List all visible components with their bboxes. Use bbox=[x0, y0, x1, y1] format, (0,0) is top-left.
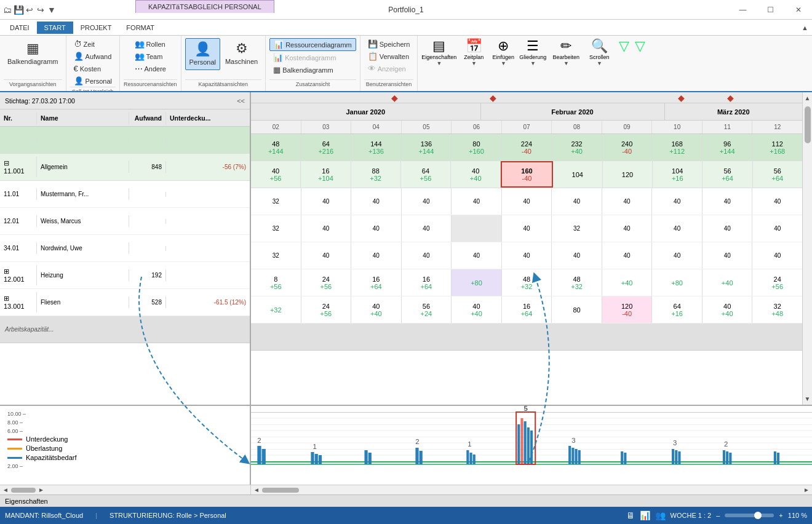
total-nr bbox=[0, 138, 37, 143]
status-zoom-level: 110 % bbox=[788, 512, 807, 519]
status-icon-1[interactable]: 🖥 bbox=[626, 510, 635, 520]
horizontal-scrollbar[interactable]: ◄ ► ◄ ► bbox=[0, 485, 812, 494]
row-mustermann[interactable]: 11.01 Mustermann, Fr... bbox=[0, 181, 250, 208]
week-08: 08 bbox=[552, 121, 602, 133]
zoom-slider[interactable] bbox=[725, 514, 774, 517]
zeit-button[interactable]: ⏱ Zeit bbox=[70, 38, 116, 50]
ribbon-group-zusatz: 📊 Ressourcendiagramm 📊 Kostendiagramm ▦ … bbox=[266, 36, 360, 91]
total-unter bbox=[166, 138, 250, 143]
stichtag-label: Stichtag: 27.03.20 17:00 bbox=[0, 97, 232, 105]
scroll-right-button[interactable]: ► bbox=[38, 486, 44, 493]
close-button[interactable]: ✕ bbox=[784, 0, 812, 20]
nav-back-button[interactable]: << bbox=[232, 97, 250, 105]
kostendiagramm-icon: 📊 bbox=[273, 53, 283, 62]
svg-text:5: 5 bbox=[524, 406, 528, 412]
legend-kapazitaet-label: Kapazitätsbedarf bbox=[26, 454, 77, 461]
row-weiss[interactable]: 12.01 Weiss, Marcus bbox=[0, 208, 250, 235]
maximize-button[interactable]: ☐ bbox=[757, 0, 784, 20]
speichern-button[interactable]: 💾 Speichern bbox=[364, 38, 414, 50]
scroll-right3-button[interactable]: ► bbox=[803, 486, 810, 493]
menu-expand-icon[interactable]: ▲ bbox=[802, 24, 808, 31]
ribbon: ▦ Balkendiagramm Vorgangsansichten ⏱ Zei… bbox=[0, 36, 812, 92]
balkendiagramm2-label: Balkendiagramm bbox=[282, 66, 333, 74]
data-arbeitskapazitaet bbox=[251, 324, 802, 351]
balkendiagramm2-button[interactable]: ▦ Balkendiagramm bbox=[269, 64, 356, 76]
anzeigen-button[interactable]: 👁 Anzeigen bbox=[364, 63, 414, 74]
ressourcendiagramm-label: Ressourcendiagramm bbox=[285, 41, 352, 49]
team-button[interactable]: 👥 Team bbox=[131, 50, 170, 62]
status-icon-3[interactable]: 👥 bbox=[655, 510, 666, 520]
expand-allgemein[interactable]: ⊟ bbox=[4, 159, 9, 167]
row-nordwind[interactable]: 34.01 Nordwind, Uwe bbox=[0, 235, 250, 262]
kostendiagramm-label: Kostendiagramm bbox=[285, 54, 336, 62]
andere-label: Andere bbox=[145, 65, 166, 73]
menu-start[interactable]: START bbox=[37, 22, 73, 34]
legend-ueberlastung-line bbox=[7, 448, 22, 450]
row-heizung[interactable]: ⊞ 12.001 Heizung 192 bbox=[0, 262, 250, 289]
milestone-1: ◆ bbox=[391, 93, 398, 103]
ribbon-group-soll-ist: ⏱ Zeit 👤 Aufwand € Kosten 👤 bbox=[66, 36, 120, 91]
h-scroll-thumb[interactable] bbox=[11, 488, 36, 493]
undo-icon[interactable]: ↩ bbox=[25, 5, 34, 15]
allgemein-aufwand: 848 bbox=[129, 161, 166, 173]
scroll-down-button[interactable]: ▼ bbox=[805, 393, 811, 405]
status-zoom-minus[interactable]: – bbox=[716, 512, 720, 519]
vertical-scrollbar[interactable]: ▲ ▼ bbox=[802, 92, 812, 405]
h-scroll-right: ◄ ► bbox=[251, 485, 812, 494]
menu-format[interactable]: FORMAT bbox=[119, 22, 162, 34]
week-11: 11 bbox=[703, 121, 753, 133]
chart-area: 10.00 – 8.00 – 6.00 – Unterdeckung Überl… bbox=[0, 405, 812, 485]
allgemein-unter: -56 (7%) bbox=[166, 161, 250, 173]
heizung-name: Heizung bbox=[37, 269, 129, 281]
ressourcen-label: Ressourcenansichten bbox=[124, 79, 177, 89]
rollen-button[interactable]: 👥 Rollen bbox=[131, 38, 170, 50]
h-scroll-thumb2[interactable] bbox=[262, 488, 299, 493]
scroll-left-button[interactable]: ◄ bbox=[2, 486, 9, 493]
more-icon[interactable]: ▼ bbox=[47, 5, 57, 15]
fliesen-unter: -61.5 (12%) bbox=[166, 296, 250, 308]
status-icon-2[interactable]: 📊 bbox=[640, 510, 650, 520]
personal-soll-button[interactable]: 👤 Personal bbox=[70, 75, 116, 87]
mustermann-aufwand bbox=[129, 192, 166, 197]
kostendiagramm-button[interactable]: 📊 Kostendiagramm bbox=[269, 52, 356, 63]
minimize-button[interactable]: — bbox=[729, 0, 757, 20]
zusatz-label: Zusatzansicht bbox=[269, 79, 356, 89]
zoom-thumb[interactable] bbox=[754, 512, 762, 519]
chart-main: 2 1 2 1 bbox=[251, 406, 812, 485]
app-icon: 🗂 bbox=[2, 5, 12, 15]
menu-projekt[interactable]: PROJEKT bbox=[73, 22, 119, 34]
expand-heizung[interactable]: ⊞ bbox=[4, 268, 9, 275]
data-row-allgemein: 40+56 16+104 88+32 64+56 40+40 160-40 10… bbox=[251, 161, 802, 188]
personal-kapazitaet-button[interactable]: 👤 Personal bbox=[185, 38, 220, 70]
save-icon[interactable]: 💾 bbox=[14, 5, 23, 15]
status-right: 🖥 📊 👥 WOCHE 1 : 2 – + 110 % bbox=[626, 510, 807, 520]
svg-rect-29 bbox=[571, 448, 574, 464]
team-label: Team bbox=[146, 53, 163, 60]
scroll-thumb[interactable] bbox=[805, 106, 811, 143]
team-icon: 👥 bbox=[135, 52, 145, 61]
vorgangsansichten-label: Vorgangsansichten bbox=[4, 79, 62, 89]
personal-kap-label: Personal bbox=[189, 58, 216, 66]
kosten-button[interactable]: € Kosten bbox=[70, 63, 116, 74]
expand-fliesen[interactable]: ⊞ bbox=[4, 295, 9, 302]
status-strukturierung: STRUKTURIERUNG: Rolle > Personal bbox=[109, 512, 226, 519]
week-02: 02 bbox=[251, 121, 301, 133]
status-zoom-plus[interactable]: + bbox=[779, 512, 782, 519]
soll-ist-label: Soll-Ist-Vergleich bbox=[70, 87, 116, 92]
legend-unterdeckung-label: Unterdeckung bbox=[26, 435, 68, 443]
verwalten-button[interactable]: 📋 Verwalten bbox=[364, 50, 414, 62]
row-allgemein[interactable]: ⊟ 11.001 Allgemein 848 -56 (7%) bbox=[0, 154, 250, 181]
week-12: 12 bbox=[752, 121, 802, 133]
balkendiagramm-button[interactable]: ▦ Balkendiagramm bbox=[4, 38, 62, 69]
ressourcendiagramm-button[interactable]: 📊 Ressourcendiagramm bbox=[269, 38, 356, 51]
maschinen-button[interactable]: ⚙ Maschinen bbox=[221, 38, 261, 69]
scroll-right2-button[interactable]: ◄ bbox=[253, 486, 260, 493]
andere-button[interactable]: ⋯ Andere bbox=[131, 63, 170, 74]
redo-icon[interactable]: ↪ bbox=[36, 5, 46, 15]
scroll-up-button[interactable]: ▲ bbox=[805, 92, 811, 104]
svg-rect-9 bbox=[315, 454, 318, 464]
row-fliesen[interactable]: ⊞ 13.001 Fliesen 528 -61.5 (12%) bbox=[0, 289, 250, 316]
menu-datei[interactable]: DATEI bbox=[2, 22, 37, 34]
svg-rect-31 bbox=[578, 450, 581, 464]
aufwand-button[interactable]: 👤 Aufwand bbox=[70, 50, 116, 62]
